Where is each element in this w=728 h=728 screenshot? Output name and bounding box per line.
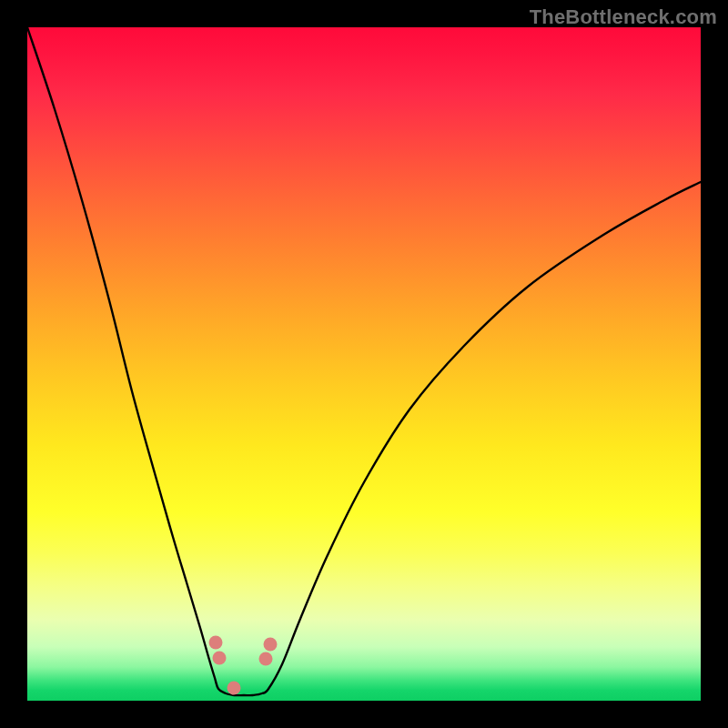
chart-frame bbox=[27, 27, 701, 701]
bottleneck-curve bbox=[27, 27, 701, 695]
watermark-text: TheBottleneck.com bbox=[530, 5, 717, 29]
dot-valley bbox=[228, 682, 241, 695]
dot-right-lower bbox=[259, 652, 273, 666]
valley-markers bbox=[209, 636, 278, 695]
dot-right-upper bbox=[264, 638, 278, 652]
dot-left-upper bbox=[209, 636, 223, 650]
chart-svg bbox=[27, 27, 701, 701]
dot-left-lower bbox=[213, 652, 227, 665]
